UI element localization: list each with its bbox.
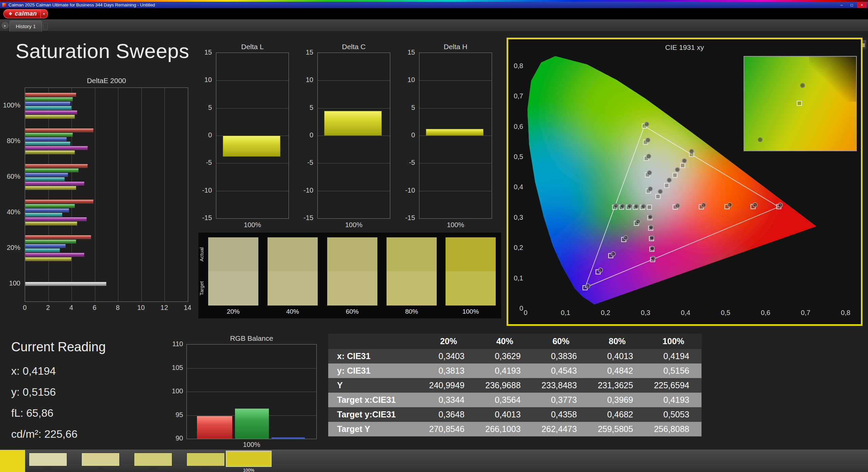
axis-tick-label: 0,3 [509, 214, 523, 221]
table-cell: 0,4013 [477, 410, 533, 419]
cie-measured-point [650, 236, 654, 240]
close-button[interactable]: × [857, 2, 867, 8]
swatch-percent-label: 80% [387, 308, 437, 315]
pattern-swatch-button[interactable] [81, 453, 120, 466]
current-reading-luminance: cd/m²: 225,66 [11, 428, 78, 440]
cie-measured-point [753, 202, 757, 207]
pattern-swatch-label: 80% [186, 467, 225, 472]
table-cell: 0,4682 [589, 410, 645, 419]
tab-history-1[interactable]: History 1 [9, 21, 42, 32]
axis-tick-label: 2 [41, 304, 56, 312]
delta-l-x-axis-label: 100% [216, 221, 289, 229]
axis-tick-label: -5 [400, 159, 416, 166]
gridline [216, 191, 289, 191]
gridline [318, 191, 390, 191]
table-row-label: Target y:CIE31 [328, 410, 420, 419]
gridline [48, 88, 49, 301]
tab-overflow-stub[interactable] [43, 23, 48, 30]
axis-tick-label: 60% [0, 173, 22, 180]
axis-tick-label: 6 [87, 304, 102, 312]
delta-l-chart-title: Delta L [216, 43, 289, 51]
deltae2000-x-axis-labels: 02468101214 [25, 304, 188, 313]
deltae2000-y-axis-labels: 100%80%60%40%20%100 [0, 87, 22, 302]
pattern-swatch-button[interactable] [226, 451, 272, 467]
cie-measured-point [667, 178, 671, 182]
axis-tick-label: 80% [0, 137, 22, 145]
cie-measured-point [702, 203, 706, 207]
table-row: x: CIE310,34030,36290,38360,40130,4194 [328, 349, 702, 363]
swatch-row-label-target: Target [199, 271, 208, 306]
axis-tick-label: 0,3 [635, 309, 656, 317]
table-column-header: 40% [477, 336, 533, 346]
pattern-swatch-button[interactable] [134, 453, 172, 466]
table-cell: 270,8546 [420, 424, 477, 434]
inset-measured-point [800, 83, 805, 88]
axis-tick-label: 0 [400, 131, 416, 139]
table-column-header: 100% [645, 336, 702, 346]
table-column-header: 60% [533, 336, 589, 346]
pattern-swatch-label: 40% [81, 467, 120, 472]
delta-l-chart [216, 53, 289, 219]
gridline [118, 88, 118, 301]
inset-target-point [797, 101, 802, 106]
actual-swatch [387, 237, 437, 271]
cie-1931-panel: CIE 1931 xy 00,10,20,30,40,50,60,70,80,8… [507, 38, 863, 326]
gridline [419, 108, 492, 109]
swatch-percent-label: 100% [446, 308, 496, 315]
cie-measured-point [649, 225, 653, 230]
gridline [216, 108, 289, 109]
table-row: Target Y270,8546266,1003262,4473259,5805… [328, 422, 702, 436]
deltae-bar [25, 137, 67, 141]
cie-target-point [647, 205, 652, 210]
cie-target-point [673, 173, 677, 177]
axis-tick-label: 0 [509, 304, 523, 312]
delta-h-x-axis-label: 100% [419, 221, 492, 229]
maximize-button[interactable]: □ [847, 2, 856, 8]
deltae-bar [25, 97, 73, 101]
pattern-bar: 20%40%60%80%100% ◄ Back Next ► ⚙ [0, 450, 868, 472]
table-cell: 0,3629 [477, 351, 533, 361]
cie-measured-point [624, 236, 628, 240]
calman-logo[interactable]: ❖ calman [3, 9, 40, 18]
cie-measured-point [778, 203, 783, 207]
table-row: Y240,9949236,9688233,8483231,3625225,659… [328, 378, 702, 393]
axis-tick-label: 15 [197, 48, 213, 56]
table-cell: 0,4842 [589, 366, 645, 376]
calman-menu-button[interactable]: ❖ calman ▾ [3, 9, 48, 18]
cie-measured-point [645, 122, 649, 126]
calman-logo-icon: ❖ [8, 11, 13, 16]
app-icon [2, 3, 6, 7]
table-cell: 225,6594 [645, 380, 702, 390]
table-cell: 0,3344 [420, 395, 477, 405]
table-cell: 266,1003 [477, 424, 533, 434]
pattern-swatch-button[interactable] [186, 453, 225, 466]
saturation-swatch-panel: 20%40%60%80%100%ActualTarget [198, 233, 501, 318]
cie-measured-point [689, 149, 694, 154]
pattern-swatch-button[interactable] [29, 453, 67, 466]
actual-swatch [268, 237, 318, 271]
table-cell: 0,3969 [589, 395, 645, 405]
delta_c-bar [324, 111, 382, 136]
table-row-label: Target Y [328, 424, 420, 434]
current-reading-y: y: 0,5156 [11, 386, 56, 398]
tab-scroll-button[interactable]: ▸ [2, 22, 8, 29]
gridline [318, 163, 390, 163]
gridline [216, 80, 289, 81]
deltae-bar [25, 177, 65, 181]
deltae-bar [25, 204, 75, 208]
cie-measured-point [648, 215, 652, 219]
axis-tick-label: 0,1 [509, 274, 523, 282]
axis-tick-label: 0,7 [795, 309, 816, 317]
gridline [187, 368, 316, 369]
rgb-balance-chart-title: RGB Balance [186, 334, 317, 342]
pattern-swatch-label: 100% [226, 468, 272, 472]
axis-tick-label: 10 [134, 304, 149, 312]
deltae-bar [25, 110, 77, 114]
minimize-button[interactable]: – [837, 2, 846, 8]
axis-tick-label: 100 [0, 279, 22, 287]
deltae-bar [25, 221, 77, 225]
axis-tick-label: 8 [110, 304, 125, 312]
gridline [164, 88, 165, 301]
calman-menu-dropdown[interactable]: ▾ [40, 9, 48, 18]
chevron-down-icon: ▾ [43, 12, 45, 16]
